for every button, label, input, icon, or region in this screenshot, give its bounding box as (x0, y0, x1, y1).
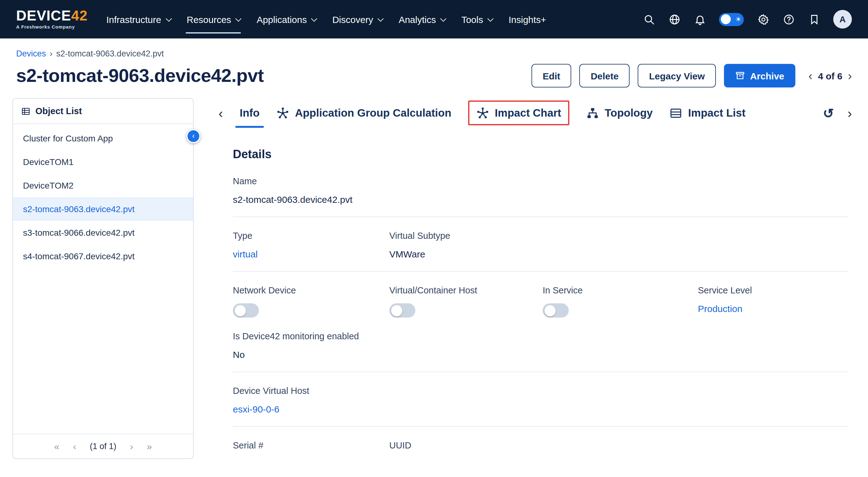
table-list-icon (670, 106, 683, 120)
object-list-pagination: « ‹ (1 of 1) › » (13, 434, 193, 458)
page-header: s2-tomcat-9063.device42.pvt Edit Delete … (0, 64, 868, 88)
field-serial: Serial # (233, 440, 389, 458)
menu-analytics[interactable]: Analytics (399, 10, 444, 28)
field-virtual-subtype: Virtual Subtype VMWare (389, 231, 848, 259)
type-label: Type (233, 231, 389, 241)
list-item[interactable]: Cluster for Custom App (13, 127, 193, 150)
name-value: s2-tomcat-9063.device42.pvt (233, 194, 848, 205)
list-item[interactable]: s3-tomcat-9066.device42.pvt (13, 221, 193, 244)
list-item-selected[interactable]: s2-tomcat-9063.device42.pvt (13, 197, 193, 221)
breadcrumb-current: s2-tomcat-9063.device42.pvt (56, 49, 164, 58)
tab-impact-chart[interactable]: Impact Chart (468, 101, 569, 125)
field-virtual-container-host: Virtual/Container Host (389, 285, 542, 317)
list-item[interactable]: s4-tomcat-9067.device42.pvt (13, 244, 193, 268)
uuid-label: UUID (389, 440, 848, 450)
tabs-scroll-right-icon[interactable]: › (847, 106, 852, 120)
top-navigation: DEVICE42 A Freshworks Company Infrastruc… (0, 0, 868, 38)
page-position: (1 of 1) (90, 442, 116, 451)
virtual-container-host-label: Virtual/Container Host (389, 285, 542, 295)
menu-infrastructure[interactable]: Infrastructure (106, 10, 170, 28)
breadcrumb: Devices › s2-tomcat-9063.device42.pvt (0, 49, 868, 58)
field-device-virtual-host: Device Virtual Host esxi-90-0-6 (233, 386, 848, 414)
menu-tools[interactable]: Tools (461, 10, 492, 28)
sitemap-icon (586, 106, 599, 120)
network-device-toggle[interactable] (233, 303, 259, 317)
virtual-subtype-value: VMWare (389, 249, 848, 259)
legacy-view-button[interactable]: Legacy View (638, 64, 716, 88)
details-section: Details Name s2-tomcat-9063.device42.pvt… (219, 128, 852, 458)
globe-icon[interactable] (668, 13, 681, 26)
theme-toggle[interactable]: ☀ (719, 13, 744, 26)
field-row-toggles: Network Device Virtual/Container Host In… (233, 285, 848, 317)
edit-button[interactable]: Edit (531, 64, 571, 88)
tab-info[interactable]: Info (240, 98, 259, 128)
content: Object List Cluster for Custom App Devic… (0, 98, 868, 459)
header-actions: Edit Delete Legacy View Archive ‹ 4 of 6… (531, 64, 852, 88)
tab-topology[interactable]: Topology (586, 98, 653, 128)
device-virtual-host-value-link[interactable]: esxi-90-0-6 (233, 404, 848, 414)
chevron-down-icon (440, 15, 446, 22)
chevron-down-icon (165, 15, 172, 22)
menu-discovery[interactable]: Discovery (332, 10, 382, 28)
object-list-title: Object List (35, 106, 82, 116)
delete-button[interactable]: Delete (580, 64, 630, 88)
logo-accent: 42 (71, 8, 88, 24)
prev-record-icon[interactable]: ‹ (808, 70, 812, 81)
in-service-toggle[interactable] (542, 303, 569, 317)
list-item[interactable]: DeviceTOM1 (13, 150, 193, 174)
notifications-bell-icon[interactable] (693, 13, 706, 26)
prev-page-icon[interactable]: ‹ (73, 442, 76, 451)
service-level-value-link[interactable]: Production (698, 303, 848, 314)
virtual-subtype-label: Virtual Subtype (389, 231, 848, 241)
chevron-down-icon (377, 15, 384, 22)
chevron-down-icon (311, 15, 317, 22)
tab-bar-end: ↺ › (823, 106, 852, 120)
next-record-icon[interactable]: › (848, 70, 852, 81)
help-icon[interactable] (782, 13, 795, 26)
sun-icon: ☀ (735, 16, 741, 23)
sidebar-collapse-button[interactable]: ‹ (186, 129, 200, 143)
divider (233, 216, 848, 217)
next-page-icon[interactable]: › (130, 442, 133, 451)
menu-applications[interactable]: Applications (257, 10, 316, 28)
field-in-service: In Service (542, 285, 698, 317)
details-heading: Details (233, 148, 848, 161)
user-avatar[interactable]: A (833, 10, 852, 29)
device42-logo[interactable]: DEVICE42 A Freshworks Company (16, 9, 88, 30)
archive-icon (735, 71, 745, 81)
network-device-label: Network Device (233, 285, 389, 295)
monitoring-label: Is Device42 monitoring enabled (233, 331, 848, 341)
chevron-down-icon (487, 15, 494, 22)
tab-application-group-calculation[interactable]: Application Group Calculation (276, 98, 452, 128)
service-level-label: Service Level (698, 285, 848, 295)
hub-nodes-icon (276, 106, 289, 120)
divider (233, 271, 848, 272)
divider (233, 372, 848, 372)
field-row-type: Type virtual Virtual Subtype VMWare (233, 231, 848, 259)
bookmark-icon[interactable] (808, 13, 820, 26)
tab-impact-list[interactable]: Impact List (670, 98, 746, 128)
menu-insights[interactable]: Insights+ (508, 10, 546, 28)
type-value-link[interactable]: virtual (233, 249, 389, 259)
breadcrumb-separator: › (50, 49, 53, 58)
field-row-serial-uuid: Serial # UUID (233, 440, 848, 458)
logo-text: DEVICE42 (16, 9, 88, 23)
breadcrumb-devices-link[interactable]: Devices (16, 49, 46, 58)
tabs-scroll-left-icon[interactable]: ‹ (219, 106, 223, 120)
archive-button[interactable]: Archive (724, 64, 795, 88)
field-monitoring: Is Device42 monitoring enabled No (233, 331, 848, 360)
virtual-container-host-toggle[interactable] (389, 303, 415, 317)
menu-resources[interactable]: Resources (187, 10, 240, 28)
search-icon[interactable] (643, 13, 655, 26)
object-list-icon (21, 106, 30, 116)
object-list-header: Object List (13, 99, 193, 124)
name-label: Name (233, 176, 848, 186)
list-item[interactable]: DeviceTOM2 (13, 174, 193, 197)
monitoring-value: No (233, 349, 848, 360)
settings-gear-icon[interactable] (757, 13, 769, 26)
last-page-icon[interactable]: » (147, 442, 152, 451)
field-name: Name s2-tomcat-9063.device42.pvt (233, 176, 848, 205)
first-page-icon[interactable]: « (54, 442, 60, 451)
serial-label: Serial # (233, 440, 389, 450)
history-icon[interactable]: ↺ (823, 106, 834, 120)
